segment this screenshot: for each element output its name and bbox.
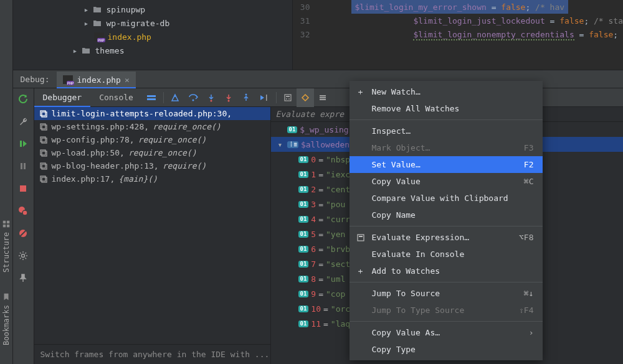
folder-icon — [93, 6, 103, 13]
svg-point-15 — [192, 99, 194, 101]
menu-new-watch[interactable]: ＋ New Watch… — [350, 83, 543, 100]
svg-point-12 — [22, 254, 25, 258]
var-index: 10 — [311, 304, 321, 314]
tree-dir-spinupwp[interactable]: ▸ spinupwp — [13, 2, 292, 16]
scalar-badge-icon: 01 — [298, 156, 309, 163]
chevron-down-icon[interactable]: ▾ — [276, 140, 285, 149]
menu-remove-all-watches[interactable]: Remove All Watches — [350, 100, 543, 117]
wrench-icon[interactable] — [16, 114, 30, 128]
step-over-icon[interactable] — [184, 88, 202, 107]
editor[interactable]: 30 $limit_login_my_error_shown = false; … — [292, 0, 624, 70]
more-icon[interactable]: ⋮ — [269, 350, 270, 359]
evaluate-expression-icon[interactable] — [279, 88, 297, 107]
svg-rect-20 — [285, 95, 291, 101]
tree-file-index-php[interactable]: index.php — [13, 30, 292, 44]
svg-rect-33 — [40, 150, 45, 155]
menu-evaluate-expression[interactable]: Evaluate Expression… ⌥F8 — [350, 229, 543, 246]
menu-jump-to-source[interactable]: Jump To Source ⌘↓ — [350, 285, 543, 302]
equals: = — [318, 245, 323, 254]
svg-rect-26 — [320, 99, 326, 100]
tab-console[interactable]: Console — [90, 88, 142, 107]
stack-frame[interactable]: limit-login-attempts-reloaded.php:30, — [34, 107, 270, 120]
svg-rect-37 — [40, 176, 45, 181]
menu-set-value[interactable]: Set Value… F2 — [350, 156, 543, 173]
scalar-badge-icon: 01 — [287, 126, 298, 133]
tree-dir-wp-migrate-db[interactable]: ▸ wp-migrate-db — [13, 16, 292, 30]
equals: = — [318, 185, 323, 194]
php-file-icon — [94, 32, 104, 41]
rerun-button[interactable] — [16, 92, 30, 106]
frame-location: wp-config.php:78, — [52, 135, 135, 144]
resume-button[interactable] — [16, 137, 30, 151]
frame-location: index.php:17, — [52, 174, 115, 184]
pin-button[interactable] — [16, 271, 30, 285]
settings-button[interactable] — [16, 249, 30, 263]
stack-frame[interactable]: wp-settings.php:428, require_once() — [34, 120, 270, 133]
tree-item-label: spinupwp — [107, 5, 146, 14]
stack-frame[interactable]: wp-load.php:50, require_once() — [34, 146, 270, 159]
calculator-icon — [356, 234, 366, 241]
scalar-badge-icon: 01 — [298, 201, 309, 208]
var-index: 9 — [311, 289, 316, 299]
menu-add-to-watches[interactable]: ＋ Add to Watches — [350, 263, 543, 279]
var-value: "yen — [326, 230, 345, 239]
pause-button[interactable] — [16, 159, 30, 173]
project-tree[interactable]: ▸ spinupwp ▸ wp-migrate-db index.php ▸ t… — [13, 0, 292, 70]
menu-label: Compare Value with Clipboard — [372, 194, 534, 203]
stack-frame[interactable]: wp-blog-header.php:13, require() — [34, 159, 270, 172]
menu-copy-value-as[interactable]: Copy Value As… › — [350, 324, 543, 341]
force-step-into-icon[interactable] — [220, 88, 237, 107]
menu-evaluate-in-console[interactable]: Evaluate In Console — [350, 246, 543, 263]
svg-rect-40 — [359, 236, 363, 237]
stack-frame[interactable]: index.php:17, {main}() — [34, 172, 270, 185]
tab-debugger[interactable]: Debugger — [34, 88, 91, 107]
menu-compare-clipboard[interactable]: Compare Value with Clipboard — [350, 190, 543, 207]
step-out-icon[interactable] — [237, 88, 255, 107]
svg-point-22 — [286, 98, 287, 100]
scalar-badge-icon: 01 — [298, 306, 309, 312]
threads-icon[interactable] — [142, 88, 161, 107]
close-icon[interactable]: × — [125, 75, 130, 85]
frames-pane[interactable]: limit-login-attempts-reloaded.php:30, wp… — [34, 107, 271, 364]
svg-rect-38 — [42, 177, 47, 182]
mute-breakpoints-button[interactable] — [16, 226, 30, 240]
svg-rect-30 — [42, 125, 47, 130]
menu-inspect[interactable]: Inspect… — [350, 123, 543, 139]
stop-button[interactable] — [16, 182, 30, 195]
var-value: "cent — [326, 185, 350, 194]
equals: = — [318, 289, 323, 299]
var-index: 4 — [311, 215, 316, 224]
svg-rect-25 — [320, 97, 326, 98]
menu-separator — [350, 321, 543, 322]
equals: = — [318, 230, 323, 239]
editor-line-32[interactable]: 32 $limit_login_nonempty_credentials = f… — [293, 27, 624, 41]
layout-settings-icon[interactable] — [314, 88, 331, 107]
tree-dir-themes[interactable]: ▸ themes — [13, 44, 292, 57]
debug-tab-index-php[interactable]: index.php × — [57, 72, 135, 88]
frame-fn: {main}() — [118, 174, 158, 184]
menu-copy-value[interactable]: Copy Value ⌘C — [350, 173, 543, 190]
step-into-icon[interactable] — [202, 88, 220, 107]
var-index: 3 — [311, 200, 316, 209]
svg-rect-34 — [42, 151, 47, 156]
plus-icon: ＋ — [356, 86, 366, 98]
run-to-cursor-icon[interactable] — [255, 88, 273, 107]
scalar-badge-icon: 01 — [298, 261, 309, 268]
scalar-badge-icon: 01 — [298, 320, 309, 327]
chevron-right-icon: ▸ — [83, 19, 90, 28]
bookmarks-tool[interactable]: Bookmarks — [2, 292, 11, 345]
menu-copy-type[interactable]: Copy Type — [350, 341, 543, 358]
structure-tool[interactable]: Structure — [2, 220, 11, 273]
show-execution-point-icon[interactable] — [166, 88, 184, 107]
svg-rect-19 — [266, 95, 267, 101]
debug-label: Debug: — [13, 75, 57, 84]
stack-frame[interactable]: wp-config.php:78, require_once() — [34, 133, 270, 146]
menu-copy-name[interactable]: Copy Name — [350, 207, 543, 223]
menu-label: Copy Value — [372, 177, 518, 186]
view-breakpoints-button[interactable] — [16, 204, 30, 218]
svg-rect-5 — [21, 163, 22, 169]
var-value: "laq — [331, 319, 350, 329]
svg-point-16 — [210, 100, 212, 101]
trace-current-stream-chain-icon[interactable] — [297, 88, 314, 107]
frame-icon — [39, 136, 48, 144]
